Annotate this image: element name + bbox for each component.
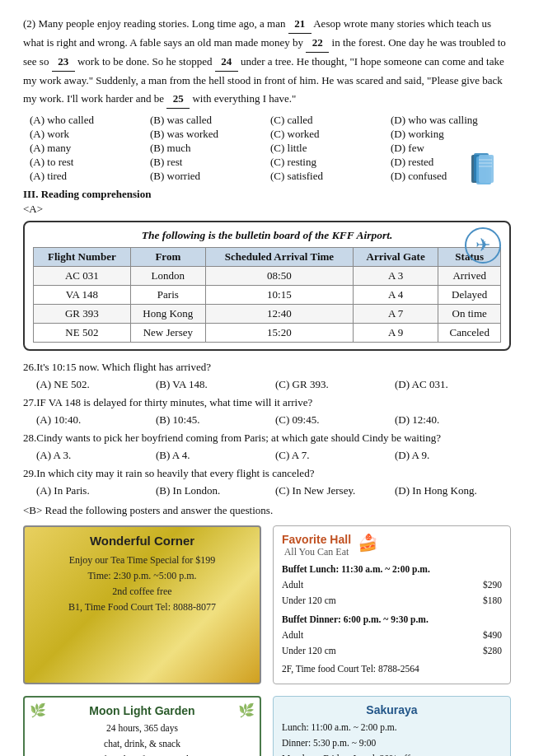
leaf-icon-right: 🌿	[238, 702, 255, 718]
blank-23: 23	[52, 53, 75, 72]
wonderful-body2: Time: 2:30 p.m. ~5:00 p.m.	[33, 568, 251, 584]
option-22.-D: (D) working	[391, 128, 511, 141]
moon-body1: 24 hours, 365 days	[33, 721, 251, 736]
under-lunch-price: $180	[483, 593, 502, 609]
table-cell: GR 393	[34, 305, 131, 324]
table-cell: AC 031	[34, 267, 131, 286]
table-cell: 08:50	[205, 267, 353, 286]
option-row: (A) who called(B) was called(C) called(D…	[23, 114, 511, 127]
under-dinner-price: $280	[483, 643, 502, 659]
question-26-option: (A) NE 502.	[36, 378, 152, 391]
table-header: Arrival Gate	[353, 248, 438, 267]
moon-body3: 12F, roof garden of Time Food Court	[33, 752, 251, 756]
table-cell: 12:40	[205, 305, 353, 324]
table-row: AC 031London08:50A 3Arrived	[34, 267, 501, 286]
question-27-option: (D) 12:40.	[395, 413, 511, 427]
table-cell: A 3	[353, 267, 438, 286]
under-lunch-label: Under 120 cm	[282, 593, 336, 609]
question-29-option: (D) In Hong Kong.	[395, 484, 511, 497]
blank-22: 22	[306, 34, 329, 53]
option-24.-A: (A) to rest	[30, 156, 150, 169]
under-dinner-row: Under 120 cm $280	[282, 643, 502, 659]
table-cell: Hong Kong	[130, 305, 205, 324]
poster-wonderful: Wonderful Corner Enjoy our Tea Time Spec…	[23, 525, 261, 685]
option-25.-A: (A) tired	[30, 170, 150, 183]
question-28-options: (A) A 3.(B) A 4.(C) A 7.(D) A 9.	[23, 449, 511, 462]
section3-title: III. Reading comprehension	[23, 188, 511, 201]
option-24.-C: (C) resting	[270, 156, 391, 169]
question-28-option: (A) A 3.	[36, 449, 152, 462]
flight-table: Flight NumberFromScheduled Arrival TimeA…	[33, 247, 501, 343]
table-header: From	[130, 248, 205, 267]
under-lunch-row: Under 120 cm $180	[282, 593, 502, 609]
bulletin-board: The following is the bulletin board of t…	[23, 221, 511, 351]
option-21.-D: (D) who was calling	[391, 114, 511, 127]
blank-21: 21	[288, 15, 312, 34]
wonderful-body: Enjoy our Tea Time Special for $199 Time…	[33, 553, 251, 616]
question-28: 28.Cindy wants to pick her boyfriend com…	[23, 430, 511, 447]
question-26-option: (C) GR 393.	[275, 378, 391, 391]
sakura-body2: Dinner: 5:30 p.m. ~ 9:00	[282, 735, 502, 751]
adult-lunch-row: Adult $290	[282, 577, 502, 593]
passage-mid5: with everything I have."	[192, 92, 296, 105]
adult-dinner-label: Adult	[282, 628, 303, 643]
question-26: 26.It's 10:15 now. Which flight has arri…	[23, 359, 511, 376]
book-icon	[468, 148, 511, 191]
table-row: NE 502New Jersey15:20A 9Canceled	[34, 324, 501, 343]
option-25.-C: (C) satisfied	[270, 170, 391, 183]
buffet-lunch-label: Buffet Lunch: 11:30 a.m. ~ 2:00 p.m.	[282, 562, 502, 577]
question-27-option: (B) 10:45.	[156, 413, 272, 427]
question-29-option: (A) In Paris.	[36, 484, 152, 497]
table-row: GR 393Hong Kong12:40A 7On time	[34, 305, 501, 324]
table-cell: NE 502	[34, 324, 131, 343]
questions-container: 26.It's 10:15 now. Which flight has arri…	[23, 359, 511, 497]
favorite-address: 2F, Time food Court Tel: 8788-2564	[282, 661, 502, 677]
table-cell: VA 148	[34, 286, 131, 305]
favorite-text: Favorite Hall All You Can Eat	[282, 533, 351, 558]
sakura-body: Lunch: 11:00 a.m. ~ 2:00 p.m. Dinner: 5:…	[282, 720, 502, 756]
moon-title: Moon Light Garden	[33, 704, 251, 717]
moon-body: 24 hours, 365 days chat, drink, & snack …	[33, 721, 251, 756]
table-cell: A 7	[353, 305, 438, 324]
adult-dinner-price: $490	[483, 628, 502, 643]
option-23.-B: (B) much	[150, 142, 270, 155]
poster-moon: 🌿 🌿 Moon Light Garden 24 hours, 365 days…	[23, 696, 261, 756]
under-dinner-label: Under 120 cm	[282, 643, 336, 659]
food-icon: 🍰	[358, 533, 378, 553]
options-container: (A) who called(B) was called(C) called(D…	[23, 114, 511, 183]
option-25.-B: (B) worried	[150, 170, 270, 183]
sectionB-label: <B> Read the following posters and answe…	[23, 504, 511, 517]
bulletin-title: The following is the bulletin board of t…	[33, 229, 501, 242]
table-cell: New Jersey	[130, 324, 205, 343]
adult-lunch-price: $290	[483, 577, 502, 593]
question-26-option: (B) VA 148.	[156, 378, 272, 391]
table-cell: 15:20	[205, 324, 353, 343]
sakura-body3: Monday ~ Friday: Lunch 20% off	[282, 751, 502, 756]
posters-grid: Wonderful Corner Enjoy our Tea Time Spec…	[23, 525, 511, 756]
question-28-option: (B) A 4.	[156, 449, 272, 462]
question-27: 27.IF VA 148 is delayed for thirty minut…	[23, 394, 511, 412]
adult-dinner-row: Adult $490	[282, 628, 502, 643]
question-26-options: (A) NE 502.(B) VA 148.(C) GR 393.(D) AC …	[23, 378, 511, 391]
leaf-icon-left: 🌿	[30, 702, 46, 718]
wonderful-body3: 2nd coffee free	[33, 584, 251, 600]
favorite-body: Buffet Lunch: 11:30 a.m. ~ 2:00 p.m. Adu…	[282, 562, 502, 678]
wonderful-body4: B1, Time Food Court Tel: 8088-8077	[33, 600, 251, 615]
question-29-option: (C) In New Jersey.	[275, 484, 391, 497]
blank-25: 25	[166, 90, 190, 109]
question-28-option: (D) A 9.	[395, 449, 511, 462]
book-decoration	[468, 148, 511, 194]
question-27-options: (A) 10:40.(B) 10:45.(C) 09:45.(D) 12:40.	[23, 413, 511, 427]
poster-sakura: Sakuraya Lunch: 11:00 a.m. ~ 2:00 p.m. D…	[273, 696, 511, 756]
buffet-dinner-label: Buffet Dinner: 6:00 p.m. ~ 9:30 p.m.	[282, 612, 502, 628]
table-cell: London	[130, 267, 205, 286]
question-27-option: (C) 09:45.	[275, 413, 391, 427]
section3-sublabel: <A>	[23, 203, 511, 216]
table-cell: Paris	[130, 286, 205, 305]
question-28-option: (C) A 7.	[275, 449, 391, 462]
question-29-option: (B) In London.	[156, 484, 272, 497]
option-21.-A: (A) who called	[30, 114, 150, 127]
option-row: (A) to rest(B) rest(C) resting(D) rested	[23, 156, 511, 169]
wonderful-body1: Enjoy our Tea Time Special for $199	[33, 553, 251, 568]
question-26-option: (D) AC 031.	[395, 378, 511, 391]
